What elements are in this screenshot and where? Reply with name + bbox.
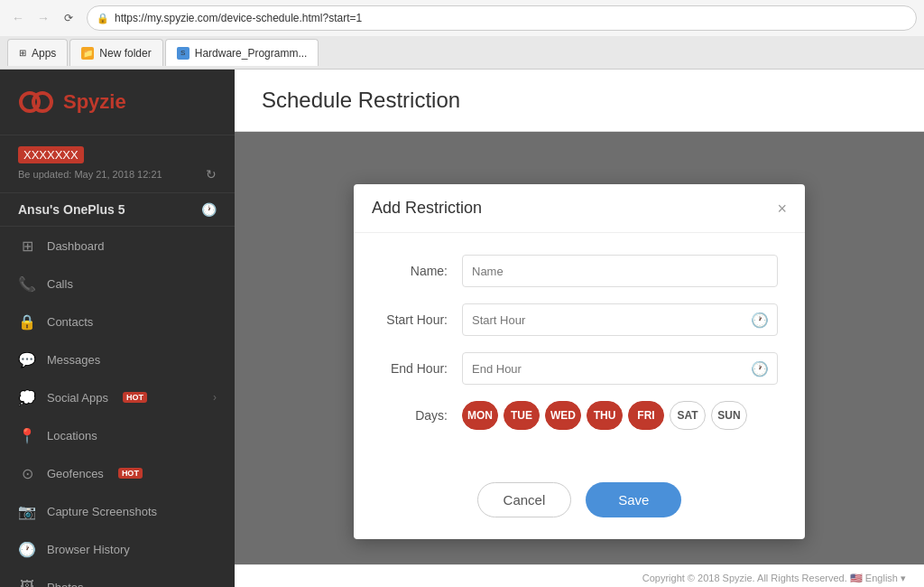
browser-chrome: ← → ⟳ 🔒 https://my.spyzie.com/device-sch… [0, 0, 924, 70]
sidebar-item-social-apps[interactable]: 💭 Social Apps HOT › [0, 378, 235, 416]
page-content: Add Restriction × Name: Start Hour: [235, 132, 924, 587]
footer-flag: 🇺🇸 [850, 573, 865, 583]
address-text: https://my.spyzie.com/device-schedule.ht… [115, 12, 362, 24]
page-title: Schedule Restriction [262, 88, 897, 113]
sidebar-item-capture-screenshots[interactable]: 📷 Capture Screenshots [0, 492, 235, 530]
sidebar-logo: Spyzie [0, 70, 235, 135]
sidebar-item-messages[interactable]: 💬 Messages [0, 340, 235, 378]
nav-buttons: ← → ⟳ [7, 7, 79, 29]
sidebar-device[interactable]: Ansu's OnePlus 5 🕐 [0, 193, 235, 227]
end-hour-input-wrapper: 🕐 [462, 352, 778, 385]
arrow-icon: › [213, 391, 217, 404]
hot-badge: HOT [118, 468, 143, 479]
day-button-sat[interactable]: SAT [670, 401, 706, 430]
address-bar[interactable]: 🔒 https://my.spyzie.com/device-schedule.… [87, 5, 917, 31]
tab-apps[interactable]: ⊞ Apps [7, 39, 68, 66]
sidebar-item-label: Browser History [47, 543, 130, 556]
device-name: Ansu's OnePlus 5 [18, 202, 125, 217]
name-row: Name: [381, 255, 778, 287]
social-apps-icon: 💭 [18, 388, 36, 406]
user-name-badge: XXXXXXX [18, 146, 84, 163]
device-clock-icon: 🕐 [201, 202, 217, 217]
tab-hardware[interactable]: S Hardware_Programm... [165, 39, 319, 66]
footer-language: English [865, 573, 898, 583]
sidebar-item-contacts[interactable]: 🔒 Contacts [0, 303, 235, 340]
modal-title: Add Restriction [372, 199, 482, 218]
day-button-fri[interactable]: FRI [628, 401, 664, 430]
locations-icon: 📍 [18, 426, 36, 444]
browser-history-icon: 🕐 [18, 540, 36, 558]
name-input[interactable] [462, 255, 778, 287]
start-hour-label: Start Hour: [381, 312, 462, 327]
modal-header: Add Restriction × [354, 184, 805, 233]
save-button[interactable]: Save [586, 482, 681, 517]
sidebar-item-browser-history[interactable]: 🕐 Browser History [0, 530, 235, 568]
page-footer: Copyright © 2018 Spyzie. All Rights Rese… [235, 564, 924, 587]
folder-favicon: 📁 [81, 47, 94, 60]
add-restriction-modal: Add Restriction × Name: Start Hour: [354, 184, 805, 539]
photos-icon: 🖼 [18, 578, 36, 587]
sidebar-item-dashboard[interactable]: ⊞ Dashboard [0, 227, 235, 265]
main-layout: Spyzie XXXXXXX Be updated: May 21, 2018 … [0, 70, 924, 587]
sidebar-item-label: Contacts [47, 315, 93, 329]
sidebar-item-calls[interactable]: 📞 Calls [0, 265, 235, 303]
name-label: Name: [381, 264, 462, 278]
start-hour-clock-icon: 🕐 [751, 312, 769, 329]
modal-overlay: Add Restriction × Name: Start Hour: [235, 132, 924, 587]
content-area: Schedule Restriction Add Restriction × N… [235, 70, 924, 587]
page-header: Schedule Restriction [235, 70, 924, 132]
modal-close-button[interactable]: × [777, 200, 787, 217]
modal-footer: Cancel Save [354, 468, 805, 539]
apps-grid-icon: ⊞ [19, 48, 26, 58]
dashboard-icon: ⊞ [18, 237, 36, 255]
back-button[interactable]: ← [7, 7, 29, 29]
hardware-favicon: S [177, 47, 189, 60]
modal-body: Name: Start Hour: 🕐 [354, 233, 805, 468]
sidebar-user: XXXXXXX Be updated: May 21, 2018 12:21 ↻ [0, 135, 235, 193]
day-button-sun[interactable]: SUN [711, 401, 747, 430]
day-button-thu[interactable]: THU [587, 401, 623, 430]
cancel-button[interactable]: Cancel [477, 482, 572, 517]
sidebar-item-label: Social Apps [47, 391, 108, 405]
day-button-tue[interactable]: TUE [504, 401, 540, 430]
reload-button[interactable]: ⟳ [58, 7, 79, 29]
tab-apps-label: Apps [32, 47, 56, 60]
svg-point-1 [33, 93, 51, 111]
secure-icon: 🔒 [97, 13, 109, 24]
tab-hardware-label: Hardware_Programm... [195, 47, 308, 60]
contacts-icon: 🔒 [18, 312, 36, 331]
tab-new-folder[interactable]: 📁 New folder [69, 39, 162, 66]
day-button-mon[interactable]: MON [462, 401, 498, 430]
sidebar-item-geofences[interactable]: ⊙ Geofences HOT [0, 454, 235, 492]
screenshot-icon: 📷 [18, 502, 36, 520]
sidebar-item-photos[interactable]: 🖼 Photos [0, 568, 235, 587]
forward-button[interactable]: → [32, 7, 54, 29]
footer-text: Copyright © 2018 Spyzie. All Rights Rese… [642, 573, 847, 583]
end-hour-input[interactable] [462, 352, 778, 385]
end-hour-label: End Hour: [381, 361, 462, 376]
days-container: MONTUEWEDTHUFRISATSUN [462, 401, 747, 430]
sidebar-nav: ⊞ Dashboard 📞 Calls 🔒 Contacts 💬 Message… [0, 227, 235, 587]
sidebar-item-locations[interactable]: 📍 Locations [0, 416, 235, 454]
end-hour-clock-icon: 🕐 [751, 360, 769, 377]
sidebar-item-label: Locations [47, 429, 97, 443]
spyzie-logo-icon [18, 84, 54, 120]
footer-chevron-icon: ▾ [901, 573, 906, 583]
geofences-icon: ⊙ [18, 464, 36, 482]
sidebar-item-label: Capture Screenshots [47, 505, 157, 518]
user-updated: Be updated: May 21, 2018 12:21 ↻ [18, 167, 217, 182]
days-label: Days: [381, 408, 462, 423]
tabs-bar: ⊞ Apps 📁 New folder S Hardware_Programm.… [0, 36, 924, 69]
sidebar: Spyzie XXXXXXX Be updated: May 21, 2018 … [0, 70, 235, 587]
end-hour-row: End Hour: 🕐 [381, 352, 778, 385]
sidebar-item-label: Calls [47, 277, 73, 291]
browser-toolbar: ← → ⟳ 🔒 https://my.spyzie.com/device-sch… [0, 0, 924, 36]
calls-icon: 📞 [18, 275, 36, 293]
day-button-wed[interactable]: WED [545, 401, 581, 430]
sync-icon: ↻ [206, 167, 217, 182]
start-hour-input-wrapper: 🕐 [462, 303, 778, 336]
start-hour-input[interactable] [462, 303, 778, 336]
hot-badge: HOT [123, 392, 147, 403]
messages-icon: 💬 [18, 350, 36, 368]
tab-new-folder-label: New folder [99, 47, 151, 60]
